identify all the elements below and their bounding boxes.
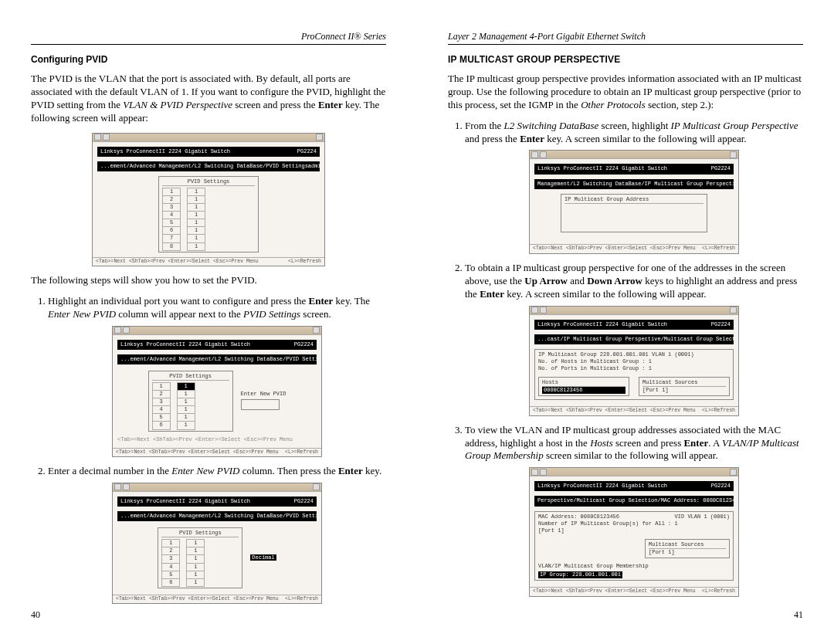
page-right: Layer 2 Management 4-Port Gigabit Ethern…: [417, 0, 834, 644]
pvid-mid: The following steps will show you how to…: [31, 274, 386, 287]
ipmg-intro: The IP multicast group perspective provi…: [448, 73, 803, 112]
heading-configuring-pvid: Configuring PVID: [31, 54, 386, 65]
page-number-right: 41: [794, 609, 803, 621]
ipmg-step-3: To view the VLAN and IP multicast group …: [465, 424, 803, 597]
screenshot-ipmg-list: Linksys ProConnectII 2224 Gigabit Switch…: [529, 150, 739, 253]
page-left: ProConnect II® Series Configuring PVID T…: [0, 0, 417, 644]
pvid-steps: Highlight an individual port you want to…: [48, 295, 386, 604]
heading-ip-multicast: IP MULTICAST GROUP PERSPECTIVE: [448, 54, 803, 65]
page-number-left: 40: [31, 609, 40, 621]
screenshot-enter-decimal: Linksys ProConnectII 2224 Gigabit Switch…: [112, 483, 322, 604]
pvid-step-2: Enter a decimal number in the Enter New …: [48, 465, 386, 604]
ipmg-steps: From the L2 Switching DataBase screen, h…: [465, 120, 803, 597]
running-head-right: Layer 2 Management 4-Port Gigabit Ethern…: [448, 31, 803, 45]
screenshot-enter-new-pvid: Linksys ProConnectII 2224 Gigabit Switch…: [112, 326, 322, 457]
pvid-step-1: Highlight an individual port you want to…: [48, 295, 386, 457]
running-head-left: ProConnect II® Series: [31, 31, 386, 45]
screenshot-ipmg-selection: Linksys ProConnectII 2224 Gigabit Switch…: [529, 306, 739, 416]
screenshot-ipmg-membership: Linksys ProConnectII 2224 Gigabit Switch…: [529, 467, 739, 596]
ipmg-step-1: From the L2 Switching DataBase screen, h…: [465, 120, 803, 254]
screenshot-pvid-settings: Linksys ProConnectII 2224 Gigabit Switch…: [92, 133, 325, 266]
ipmg-step-2: To obtain a IP multicast group perspecti…: [465, 262, 803, 416]
pvid-intro: The PVID is the VLAN that the port is as…: [31, 73, 386, 125]
